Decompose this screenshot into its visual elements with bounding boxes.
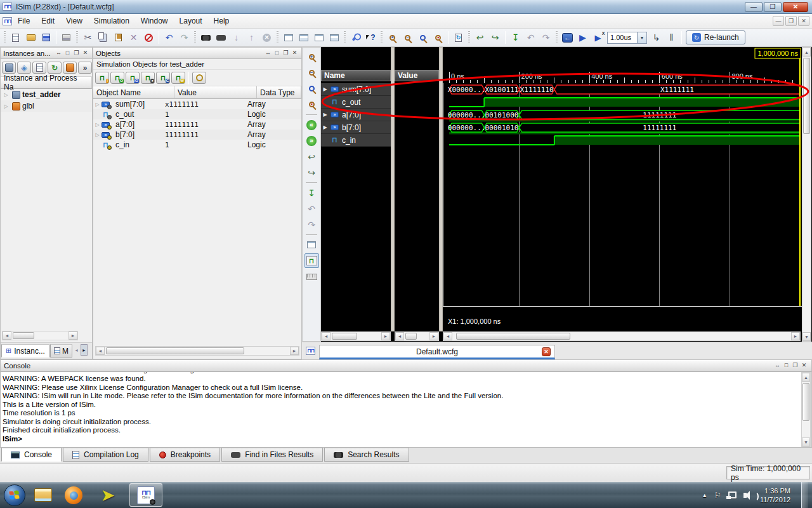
zoom-in-icon[interactable]: + <box>385 30 400 45</box>
redo-icon[interactable]: ↷ <box>177 30 192 45</box>
panel-float-icon[interactable]: ↔ <box>773 361 782 370</box>
scroll-thumb[interactable] <box>456 333 570 340</box>
expand-arrow-icon[interactable]: ▷ <box>2 104 10 109</box>
menu-edit[interactable]: Edit <box>36 15 60 27</box>
console-output[interactable]: WARNING: Please use Xilinx License Confi… <box>0 371 812 448</box>
instances-column-header[interactable]: Instance and Process Na <box>1 77 92 89</box>
goto-latest-time-button[interactable]: » <box>304 133 319 148</box>
expand-arrow-icon[interactable]: ▷ <box>93 102 102 107</box>
mdi-minimize-button[interactable]: — <box>773 16 784 26</box>
add-marker-icon[interactable]: ↧ <box>508 30 523 45</box>
layered-windows-icon[interactable] <box>327 30 341 45</box>
wave-hscrollbar[interactable]: ◄ ► <box>443 331 801 341</box>
mdi-close-button[interactable]: ✕ <box>798 16 809 26</box>
tab-default-wcfg[interactable]: Default.wcfg ✕ <box>319 345 555 359</box>
console-panel-title-bar[interactable]: Console ↔ □ ❐ ✕ <box>0 359 812 371</box>
wave-signal-row-c_out[interactable]: ⊓c_out <box>321 96 391 109</box>
wave-c_in[interactable] <box>449 136 800 145</box>
run-for-time-icon[interactable]: ▶ <box>591 30 605 45</box>
scroll-right-icon[interactable]: ► <box>791 332 800 340</box>
minimize-button[interactable]: — <box>745 2 763 12</box>
scroll-left-icon[interactable]: ◄ <box>96 347 105 355</box>
wave-zoom-cursor-button[interactable]: ▪ <box>304 97 319 112</box>
toggle-design-units-button[interactable]: ◈ <box>17 62 31 74</box>
copy-icon[interactable] <box>96 30 110 45</box>
scroll-left-icon[interactable]: ◄ <box>395 332 404 340</box>
panel-restore-icon[interactable]: ❐ <box>282 49 290 57</box>
instances-hscrollbar[interactable]: ◄ ► <box>2 331 78 340</box>
goto-next-icon[interactable]: ↪ <box>488 30 502 45</box>
wave-signal-row-b[7:0][interactable]: ▶»b[7:0] <box>321 121 391 134</box>
network-icon[interactable] <box>728 491 737 498</box>
wave-zoom-full-button[interactable] <box>304 81 319 96</box>
zoom-to-cursor-icon[interactable]: ▪ <box>431 30 445 45</box>
wave-signal-row-c_in[interactable]: ⊓c_in <box>321 134 391 147</box>
toggle-instances-button[interactable] <box>2 62 16 74</box>
next-marker-button[interactable]: ↷ <box>304 217 319 232</box>
object-row-a[7:0][interactable]: ▷»a[7:0]11111111Array <box>93 119 301 130</box>
run-time-value[interactable]: 1.00us <box>607 32 638 44</box>
expand-arrow-icon[interactable]: ▶ <box>321 124 329 130</box>
select-mode-button[interactable]: ⊓ <box>304 253 319 268</box>
objects-hscrollbar[interactable]: ◄ ► <box>95 346 299 356</box>
break-icon[interactable]: ‖ <box>664 30 679 45</box>
overflow-chevron[interactable]: » <box>78 62 92 74</box>
expand-arrow-icon[interactable]: ▶ <box>321 86 329 92</box>
wave-a[7:0][interactable]: 000000...0010100011111111 <box>448 110 800 122</box>
delete-icon[interactable]: ✕ <box>126 30 141 45</box>
panel-restore-icon[interactable]: ❐ <box>791 361 799 370</box>
object-row-b[7:0][interactable]: ▷»b[7:0]11111111Array <box>93 130 301 140</box>
break-on-change-button[interactable] <box>192 72 206 84</box>
filter-inouts-button[interactable]: ⊓IO <box>126 72 140 84</box>
zoom-full-view-icon[interactable] <box>416 30 430 45</box>
tree-item-glbl[interactable]: ▷glbl <box>1 100 92 112</box>
scroll-up-icon[interactable]: ▲ <box>802 48 811 57</box>
scroll-thumb[interactable] <box>106 347 244 354</box>
panel-float-icon[interactable]: ↔ <box>264 49 272 57</box>
undo-icon[interactable]: ↶ <box>162 30 176 45</box>
object-row-c_in[interactable]: ⊓c_in1Logic <box>93 140 301 150</box>
menu-view[interactable]: View <box>60 15 88 27</box>
reload-button[interactable]: ↻ <box>48 62 62 74</box>
tab-find-in-files-results[interactable]: Find in Files Results <box>221 448 323 462</box>
action-center-flag-icon[interactable]: ⚐ <box>714 491 721 500</box>
expand-arrow-icon[interactable]: ▶ <box>321 112 329 117</box>
expand-arrow-icon[interactable]: ▷ <box>93 132 102 138</box>
scroll-thumb[interactable] <box>405 333 417 340</box>
tile-horizontal-icon[interactable] <box>296 30 311 45</box>
scroll-right-icon[interactable]: ► <box>290 347 299 355</box>
scroll-left-icon[interactable]: ◄ <box>443 332 452 340</box>
filter-internal-button[interactable]: ⊓● <box>141 72 155 84</box>
taskbar-clock[interactable]: 1:36 PM 11/7/2012 <box>760 486 790 504</box>
wave-c_out[interactable] <box>449 98 800 107</box>
read-only-icon[interactable] <box>141 30 156 45</box>
console-vscrollbar[interactable]: ▲ ▼ <box>801 372 811 447</box>
step-icon[interactable]: ↳ <box>649 30 664 45</box>
filter-outputs-button[interactable]: ⊓O <box>110 72 124 84</box>
start-button[interactable] <box>4 485 25 506</box>
toggle-source-button[interactable] <box>32 62 46 74</box>
print-icon[interactable] <box>59 30 74 45</box>
column-header-value[interactable]: Value <box>174 86 257 99</box>
taskbar-explorer-button[interactable] <box>30 484 56 507</box>
measure-ruler-button[interactable] <box>304 269 319 284</box>
swap-cursor-button[interactable] <box>304 237 319 252</box>
find-icon[interactable] <box>199 30 213 45</box>
expand-arrow-icon[interactable]: ▷ <box>2 92 10 98</box>
tab-instances[interactable]: ⊞ Instanc... <box>1 344 49 358</box>
object-row-sum[7:0][interactable]: ▷»sum[7:0]x1111111Array <box>93 99 301 109</box>
reload-icon[interactable]: ↻ <box>451 30 466 45</box>
tile-vertical-icon[interactable] <box>311 30 326 45</box>
object-row-c_out[interactable]: ⊓c_out1Logic <box>93 109 301 119</box>
tab-memory[interactable]: M <box>50 344 72 358</box>
scroll-down-icon[interactable]: ▼ <box>802 438 810 446</box>
tab-scroll-right-icon[interactable]: ► <box>81 344 88 356</box>
taskbar-ise-button[interactable]: ➤ <box>91 483 124 507</box>
objects-panel-title-bar[interactable]: Objects ↔ □ ❐ ✕ <box>93 48 301 59</box>
zoom-out-icon[interactable]: − <box>400 30 415 45</box>
goto-time-zero-button[interactable]: « <box>304 117 319 132</box>
panel-close-icon[interactable]: ✕ <box>81 49 89 57</box>
panel-close-icon[interactable]: ✕ <box>291 49 299 57</box>
wave-sum[7:0][interactable]: X00000...X0100111X1111110X1111111 <box>448 85 800 94</box>
tray-expand-icon[interactable]: ▲ <box>702 492 707 498</box>
